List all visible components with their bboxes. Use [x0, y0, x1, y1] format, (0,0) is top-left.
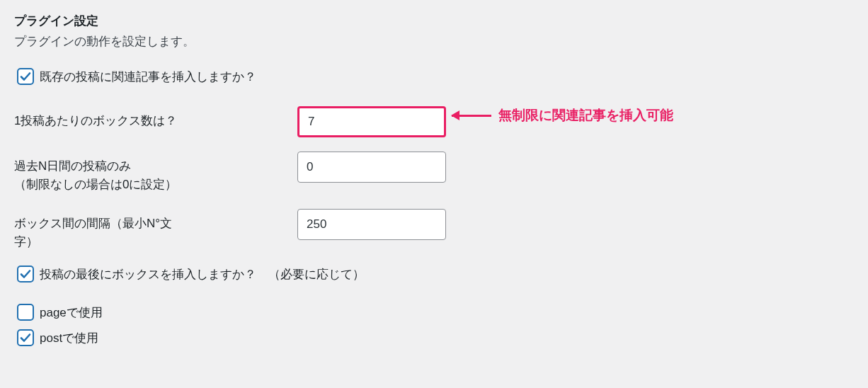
- check-icon: [20, 268, 31, 280]
- boxes-per-post-label: 1投稿あたりのボックス数は？: [14, 106, 297, 130]
- use-in-post-checkbox[interactable]: [17, 329, 34, 346]
- boxes-per-post-input[interactable]: [297, 106, 446, 137]
- box-spacing-label: ボックス間の間隔（最小N°文 字）: [14, 209, 297, 252]
- past-n-days-row: 過去N日間の投稿のみ （制限なしの場合は0に設定）: [14, 152, 854, 195]
- insert-at-end-label[interactable]: 投稿の最後にボックスを挿入しますか？ （必要に応じて）: [40, 266, 365, 283]
- arrow-left-icon: [452, 115, 491, 117]
- boxes-per-post-row: 1投稿あたりのボックス数は？ 無制限に関連記事を挿入可能: [14, 106, 854, 137]
- section-title: プラグイン設定: [14, 13, 854, 29]
- check-icon: [20, 332, 31, 343]
- past-n-days-input[interactable]: [297, 152, 446, 183]
- insert-at-end-checkbox[interactable]: [17, 266, 34, 283]
- insert-related-row: 既存の投稿に関連記事を挿入しますか？: [17, 68, 854, 85]
- insert-related-label[interactable]: 既存の投稿に関連記事を挿入しますか？: [40, 69, 256, 85]
- box-spacing-row: ボックス間の間隔（最小N°文 字）: [14, 209, 854, 252]
- use-in-page-checkbox[interactable]: [17, 304, 34, 321]
- use-in-page-label[interactable]: pageで使用: [40, 304, 103, 321]
- section-description: プラグインの動作を設定します。: [14, 33, 854, 50]
- past-n-days-label: 過去N日間の投稿のみ （制限なしの場合は0に設定）: [14, 152, 297, 195]
- use-in-post-label[interactable]: postで使用: [40, 330, 98, 346]
- use-in-page-row: pageで使用: [17, 304, 854, 321]
- insert-related-checkbox[interactable]: [17, 68, 34, 85]
- box-spacing-input[interactable]: [297, 209, 446, 240]
- annotation-text: 無制限に関連記事を挿入可能: [498, 106, 673, 125]
- use-in-post-row: postで使用: [17, 329, 854, 346]
- check-icon: [20, 71, 31, 82]
- insert-at-end-row: 投稿の最後にボックスを挿入しますか？ （必要に応じて）: [17, 266, 854, 283]
- plugin-settings-section: プラグイン設定 プラグインの動作を設定します。 既存の投稿に関連記事を挿入します…: [14, 13, 854, 346]
- boxes-per-post-annotation: 無制限に関連記事を挿入可能: [452, 106, 673, 125]
